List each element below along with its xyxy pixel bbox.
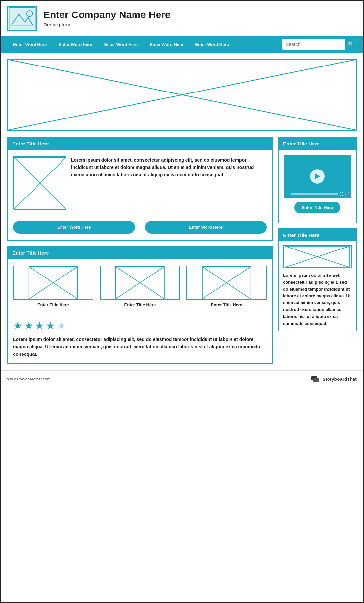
- gallery-label-1: Enter Title Here: [37, 302, 69, 307]
- right-card-2-text: Lorem ipsum dolor sit amet, consectetur …: [283, 272, 352, 327]
- volume-icon[interactable]: 🔊: [344, 192, 349, 196]
- navbar: Enter Word Here Enter Word Here Enter Wo…: [1, 36, 363, 53]
- card1-body-text: Lorem ipsum dolor sit amet, consectetur …: [71, 156, 267, 178]
- review-text: Lorem ipsum dolor sit amet, consectetur …: [13, 336, 267, 358]
- right-card-2-image: [283, 245, 352, 268]
- company-description: Description: [43, 22, 171, 27]
- right-card-2-title: Enter Title Here: [279, 229, 356, 241]
- hero-banner: [7, 59, 357, 131]
- gallery-grid: Enter Title Here Enter Title Here: [8, 259, 272, 314]
- svg-marker-18: [315, 173, 320, 179]
- search-icon: 🔍: [348, 41, 354, 48]
- right-card-1: Enter Title Here ⏸ ⛶ 🔊: [278, 137, 357, 223]
- card1-image: [13, 156, 66, 209]
- left-column: Enter Title Here Lorem ipsum dolor sit a…: [7, 137, 273, 364]
- footer: www.storyboardthat.com StoryboardThat: [1, 370, 363, 388]
- left-card-1-title: Enter Title Here: [8, 138, 272, 150]
- svg-rect-23: [313, 378, 319, 382]
- play-button[interactable]: [310, 169, 325, 184]
- right-column: Enter Title Here ⏸ ⛶ 🔊: [278, 137, 357, 364]
- gallery-item-1: Enter Title Here: [13, 266, 93, 307]
- left-card-1: Enter Title Here Lorem ipsum dolor sit a…: [7, 137, 273, 241]
- nav-item-5[interactable]: Enter Word Here: [189, 42, 234, 47]
- card1-btn2[interactable]: Enter Word Here: [145, 221, 267, 234]
- card1-buttons: Enter Word Here Enter Word Here: [8, 216, 272, 240]
- gallery-label-2: Enter Title Here: [124, 302, 156, 307]
- star-rating: ★ ★ ★ ★ ★: [13, 319, 267, 332]
- storyboardthat-icon: [311, 375, 320, 384]
- left-card-1-body: Lorem ipsum dolor sit amet, consectetur …: [8, 150, 272, 216]
- right-card-1-body: ⏸ ⛶ 🔊 Enter Title Here: [279, 150, 356, 223]
- star-2: ★: [24, 319, 34, 332]
- footer-url: www.storyboardthat.com: [7, 377, 50, 381]
- gallery-item-3: Enter Title Here: [186, 266, 267, 307]
- right-card-1-title: Enter Title Here: [279, 138, 356, 150]
- star-1: ★: [13, 319, 23, 332]
- footer-brand: StoryboardThat: [311, 375, 357, 384]
- right-card-2-body: Lorem ipsum dolor sit amet, consectetur …: [279, 241, 356, 331]
- progress-bar: [291, 193, 338, 195]
- card1-btn1[interactable]: Enter Word Here: [13, 221, 135, 234]
- main-content: Enter Title Here Lorem ipsum dolor sit a…: [1, 137, 363, 364]
- footer-brand-name: StoryboardThat: [323, 377, 357, 382]
- review-section: ★ ★ ★ ★ ★ Lorem ipsum dolor sit amet, co…: [8, 314, 272, 363]
- gallery-item-2: Enter Title Here: [100, 266, 180, 307]
- pause-icon[interactable]: ⏸: [286, 192, 289, 196]
- right-card-2: Enter Title Here Lorem ipsum dolor sit a…: [278, 228, 357, 331]
- search-box: 🔍: [282, 39, 357, 50]
- left-card-2-title: Enter Title Here: [8, 247, 272, 259]
- video-player[interactable]: ⏸ ⛶ 🔊: [284, 155, 351, 198]
- gallery-label-3: Enter Title Here: [211, 302, 242, 307]
- nav-items: Enter Word Here Enter Word Here Enter Wo…: [7, 42, 282, 47]
- right-card-1-button[interactable]: Enter Title Here: [294, 202, 340, 213]
- fullscreen-icon[interactable]: ⛶: [339, 192, 343, 196]
- play-icon: [314, 173, 320, 180]
- star-5-half: ★: [57, 319, 66, 332]
- search-input[interactable]: [282, 39, 345, 50]
- nav-item-3[interactable]: Enter Word Here: [98, 42, 144, 47]
- nav-item-1[interactable]: Enter Word Here: [7, 42, 53, 47]
- star-3: ★: [35, 319, 44, 332]
- nav-item-2[interactable]: Enter Word Here: [53, 42, 98, 47]
- search-button[interactable]: 🔍: [345, 39, 357, 50]
- nav-item-4[interactable]: Enter Word Here: [144, 42, 189, 47]
- header: Enter Company Name Here Description: [1, 1, 363, 36]
- star-4: ★: [46, 319, 55, 332]
- video-btn-container: Enter Title Here: [284, 202, 351, 217]
- video-controls: ⏸ ⛶ 🔊: [286, 192, 349, 196]
- company-logo: [7, 6, 37, 31]
- left-card-2: Enter Title Here Enter Title Here: [7, 246, 273, 364]
- company-name: Enter Company Name Here: [43, 9, 171, 20]
